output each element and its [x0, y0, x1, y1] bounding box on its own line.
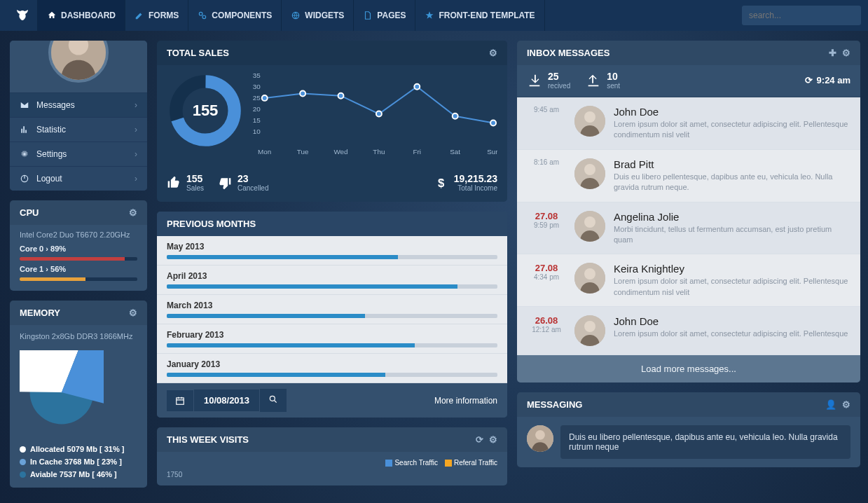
svg-point-44	[584, 321, 595, 332]
home-icon	[47, 11, 57, 20]
power-icon	[20, 174, 29, 184]
search-icon	[268, 394, 278, 404]
calendar-button[interactable]	[167, 390, 193, 411]
month-row: May 2013	[157, 236, 507, 266]
nav-label: WIDGETS	[305, 11, 344, 20]
bull-icon	[14, 7, 31, 24]
gears-icon[interactable]: ⚙	[489, 48, 497, 58]
svg-text:Mon: Mon	[258, 148, 271, 156]
gears-icon[interactable]: ⚙	[842, 48, 850, 58]
logo[interactable]	[7, 0, 38, 31]
svg-point-36	[584, 111, 595, 123]
nav-label: PAGES	[377, 11, 406, 20]
svg-point-21	[376, 111, 382, 117]
month-row: January 2013	[157, 354, 507, 383]
chevron-right-icon: ›	[135, 125, 137, 135]
menu-messages[interactable]: Messages›	[10, 92, 147, 117]
prev-months-panel: PREVIOUS MONTHS May 2013April 2013March …	[157, 212, 507, 418]
top-nav: DASHBOARD FORMS COMPONENTS WIDGETS PAGES…	[0, 0, 868, 31]
search-button[interactable]	[260, 389, 287, 412]
stat-label: sent	[607, 82, 620, 90]
svg-point-46	[535, 430, 545, 440]
month-row: February 2013	[157, 324, 507, 354]
nav-widgets[interactable]: WIDGETS	[282, 0, 354, 31]
message-bubble: Duis eu libero pellentesque, dapibus ant…	[527, 425, 850, 459]
nav-frontend[interactable]: FRONT-END TEMPLATE	[415, 0, 544, 31]
mem-item: Allocated 5079 Mb [ 31% ]	[20, 443, 137, 455]
nav-label: DASHBOARD	[61, 11, 116, 20]
stat-label: Total Income	[454, 184, 497, 192]
svg-point-42	[584, 268, 595, 280]
inbox-time: ⟳9:24 am	[805, 75, 850, 85]
svg-point-22	[414, 84, 420, 90]
menu-logout[interactable]: Logout›	[10, 166, 147, 191]
thumbs-down-icon	[218, 176, 232, 190]
pencil-icon	[135, 11, 144, 20]
inbox-message[interactable]: 9:45 am John DoeLorem ipsum dolor sit am…	[517, 97, 860, 150]
user-menu: Messages› Statistic› Settings› Logout›	[10, 92, 147, 191]
gears-icon[interactable]: ⚙	[129, 308, 137, 318]
load-more-button[interactable]: Load more messages...	[517, 355, 860, 383]
avatar	[574, 106, 605, 137]
svg-rect-33	[177, 397, 184, 404]
svg-point-19	[300, 91, 305, 97]
recv-stat: 25recived	[527, 71, 570, 90]
nav-pages[interactable]: PAGES	[354, 0, 415, 31]
svg-text:Sun: Sun	[487, 148, 497, 156]
inbox-message[interactable]: 8:16 am Brad PittDuis eu libero pellente…	[517, 150, 860, 202]
inbox-message[interactable]: 26.0812:12 am John DoeLorem ipsum dolor …	[517, 307, 860, 355]
donut-value: 155	[193, 102, 219, 120]
core-row: Core 0 › 89%	[20, 244, 137, 253]
svg-point-18	[262, 95, 268, 101]
search-wrap	[742, 6, 861, 25]
nav-dashboard[interactable]: DASHBOARD	[38, 0, 125, 31]
svg-text:10: 10	[253, 128, 261, 135]
nav-forms[interactable]: FORMS	[125, 0, 188, 31]
gears-icon[interactable]: ⚙	[129, 207, 137, 218]
stat-label: Sales	[186, 184, 204, 192]
sales-chart: 101520253035MonTueWedThuFriSatSun	[248, 72, 497, 156]
cancel-stat: 23Cancelled	[218, 173, 268, 192]
nav-components[interactable]: COMPONENTS	[188, 0, 282, 31]
bubble-text: Duis eu libero pellentesque, dapibus ant…	[560, 425, 850, 459]
chevron-right-icon: ›	[135, 174, 137, 184]
svg-point-1	[202, 15, 206, 19]
svg-text:Sat: Sat	[450, 148, 460, 156]
svg-point-23	[453, 113, 458, 119]
avatar	[574, 211, 605, 242]
user-avatar[interactable]	[48, 41, 109, 83]
stat-label: recived	[548, 82, 570, 90]
menu-label: Messages	[36, 100, 75, 110]
core-bar	[20, 257, 137, 261]
legend-label: Search Traffic	[394, 459, 438, 467]
inbox-message[interactable]: 27.084:34 pm Keira KnightleyLorem ipsum …	[517, 254, 860, 307]
panel-title: PREVIOUS MONTHS	[167, 219, 256, 229]
refresh-icon[interactable]: ⟳	[805, 75, 813, 85]
svg-point-20	[338, 93, 344, 99]
sales-panel: TOTAL SALES⚙ 155 101520253035MonTueWedTh…	[157, 41, 507, 202]
menu-label: Statistic	[36, 125, 66, 135]
messaging-panel: MESSAGING👤⚙ Duis eu libero pellentesque,…	[517, 392, 860, 467]
date-display: 10/08/2013	[194, 390, 259, 411]
plus-icon[interactable]: ✚	[829, 48, 836, 58]
inbox-message[interactable]: 27.089:59 pm Angelina JolieMorbi tincidu…	[517, 202, 860, 255]
download-icon	[527, 73, 542, 88]
menu-settings[interactable]: Settings›	[10, 142, 147, 166]
svg-point-38	[584, 164, 595, 175]
user-icon[interactable]: 👤	[825, 399, 836, 410]
more-info-link[interactable]: More information	[434, 396, 497, 406]
calendar-icon	[175, 396, 185, 406]
globe-icon	[291, 11, 301, 20]
svg-text:35: 35	[253, 72, 261, 79]
chart-legend: Search Traffic Referal Traffic	[167, 459, 497, 467]
gears-icon[interactable]: ⚙	[842, 399, 850, 410]
search-input[interactable]	[742, 6, 861, 25]
stat-value: 25	[548, 71, 559, 82]
gears-icon[interactable]: ⚙	[489, 434, 497, 445]
income-stat: $19,215.23Total Income	[434, 173, 497, 192]
core-bar	[20, 277, 137, 281]
menu-statistic[interactable]: Statistic›	[10, 117, 147, 142]
avatar	[574, 263, 605, 294]
panel-title: TOTAL SALES	[167, 48, 229, 58]
refresh-icon[interactable]: ⟳	[476, 434, 483, 445]
